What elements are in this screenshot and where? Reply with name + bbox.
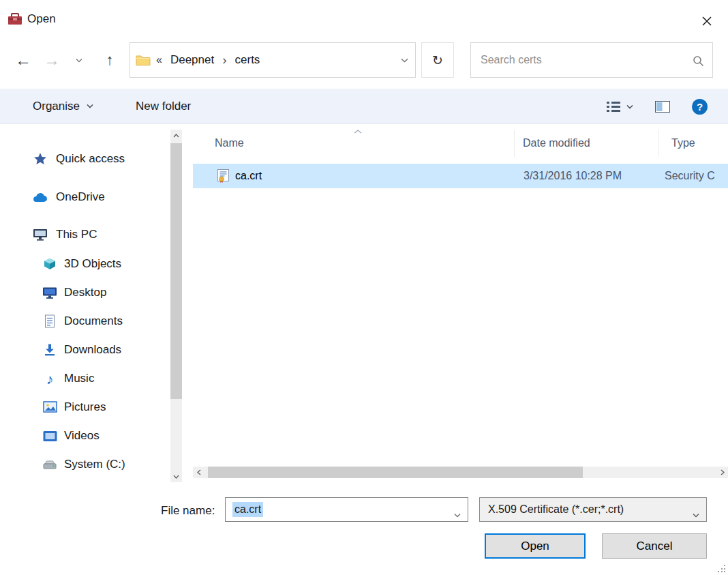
sidebar-item-label: 3D Objects: [64, 257, 121, 271]
desktop-icon: [42, 285, 57, 300]
scroll-up-arrow[interactable]: [170, 130, 182, 141]
quick-access-star-icon: [33, 151, 48, 166]
download-arrow-icon: [42, 342, 57, 357]
preview-pane-icon: [655, 101, 670, 113]
views-button[interactable]: [607, 101, 633, 112]
this-pc-monitor-icon: [33, 227, 48, 242]
sidebar-item-this-pc[interactable]: This PC: [0, 220, 170, 249]
scroll-right-arrow[interactable]: [716, 467, 728, 478]
recent-locations-chevron-icon[interactable]: [74, 58, 85, 63]
onedrive-cloud-icon: [33, 190, 48, 205]
sidebar-item-label: Quick access: [56, 152, 125, 166]
open-button[interactable]: Open: [485, 533, 586, 559]
file-type-value: X.509 Certificate (*.cer;*.crt): [488, 503, 624, 516]
new-folder-label: New folder: [136, 100, 191, 113]
sidebar-item-quick-access[interactable]: Quick access: [0, 145, 170, 173]
search-icon[interactable]: [693, 55, 704, 67]
sidebar-item-desktop[interactable]: Desktop: [0, 278, 170, 307]
titlebar: Open: [0, 0, 728, 38]
close-button[interactable]: [698, 12, 716, 30]
breadcrumb-separator-icon: ›: [218, 53, 230, 68]
document-icon: [42, 314, 57, 329]
sidebar-item-label: OneDrive: [56, 190, 105, 204]
up-button[interactable]: ↑: [98, 53, 121, 68]
chevron-down-icon: [87, 104, 93, 108]
sidebar-item-label: Desktop: [64, 286, 106, 299]
scroll-down-arrow[interactable]: [170, 471, 182, 482]
sidebar-item-music[interactable]: ♪ Music: [0, 364, 170, 393]
sidebar-item-system-c[interactable]: System (C:): [0, 450, 170, 479]
sidebar-item-label: Pictures: [64, 400, 106, 414]
file-type-cell: Security C: [665, 164, 715, 188]
details-view-icon: [607, 101, 620, 112]
breadcrumb-item-deepnet[interactable]: Deepnet: [166, 53, 218, 67]
file-type-dropdown-chevron-icon[interactable]: [693, 508, 699, 520]
file-list-pane: Name Date modified Type ca.crt 3/31/2016…: [193, 124, 728, 485]
list-header: Name Date modified Type: [193, 130, 728, 157]
breadcrumb-item-certs[interactable]: certs: [231, 53, 264, 67]
organise-label: Organise: [33, 100, 80, 113]
organise-button[interactable]: Organise: [33, 100, 93, 113]
app-icon: [7, 12, 23, 26]
search-input[interactable]: [471, 43, 712, 77]
preview-pane-button[interactable]: [655, 101, 670, 113]
help-button[interactable]: ?: [692, 99, 708, 115]
picture-icon: [42, 400, 57, 415]
close-icon: [701, 16, 712, 27]
chevron-down-icon: [626, 104, 633, 109]
file-name-cell: ca.crt: [235, 164, 262, 188]
command-bar: Organise New folder ?: [0, 89, 728, 124]
file-name-label: File name:: [161, 504, 215, 518]
content-area: Quick access OneDrive This PC 3D Objects: [0, 124, 728, 485]
breadcrumb-overflow-chevrons[interactable]: «: [156, 54, 162, 66]
sidebar-scrollbar[interactable]: [170, 130, 182, 482]
search-box: [470, 42, 713, 78]
resize-grip[interactable]: [717, 564, 726, 573]
certificate-file-icon: [216, 169, 230, 183]
refresh-button[interactable]: ↻: [421, 42, 454, 78]
command-bar-right: ?: [607, 89, 728, 124]
sidebar-item-label: Videos: [64, 429, 100, 443]
video-icon: [42, 428, 57, 443]
sidebar-item-label: Documents: [64, 314, 123, 328]
file-name-dropdown-chevron-icon[interactable]: [454, 508, 461, 520]
file-date-cell: 3/31/2016 10:28 PM: [524, 164, 622, 188]
sidebar-item-downloads[interactable]: Downloads: [0, 336, 170, 364]
sidebar-item-label: System (C:): [64, 458, 125, 471]
sidebar-item-pictures[interactable]: Pictures: [0, 393, 170, 422]
sidebar-item-documents[interactable]: Documents: [0, 307, 170, 336]
file-row-ca-crt[interactable]: ca.crt 3/31/2016 10:28 PM Security C: [193, 164, 728, 188]
sidebar-item-videos[interactable]: Videos: [0, 422, 170, 450]
cancel-button[interactable]: Cancel: [602, 533, 707, 559]
new-folder-button[interactable]: New folder: [136, 100, 191, 113]
file-type-select[interactable]: X.509 Certificate (*.cer;*.crt): [479, 497, 707, 522]
hard-drive-icon: [42, 457, 57, 472]
sidebar-item-3d-objects[interactable]: 3D Objects: [0, 250, 170, 278]
horizontal-scrollbar-thumb[interactable]: [208, 467, 583, 478]
sidebar-item-label: This PC: [56, 228, 97, 241]
sidebar-item-onedrive[interactable]: OneDrive: [0, 183, 170, 211]
sidebar-scrollbar-thumb[interactable]: [170, 143, 182, 399]
column-header-type[interactable]: Type: [659, 130, 728, 157]
file-name-input[interactable]: ca.crt: [225, 497, 468, 522]
dialog-footer: File name: ca.crt X.509 Certificate (*.c…: [0, 485, 728, 575]
folder-icon: [136, 54, 151, 66]
column-header-name[interactable]: Name: [193, 130, 515, 157]
address-bar[interactable]: « Deepnet › certs: [130, 42, 416, 78]
column-header-date-modified[interactable]: Date modified: [515, 130, 659, 157]
horizontal-scrollbar[interactable]: [193, 467, 728, 478]
sidebar-item-label: Downloads: [64, 343, 121, 357]
scroll-left-arrow[interactable]: [193, 467, 204, 478]
music-note-icon: ♪: [42, 371, 57, 386]
back-button[interactable]: ←: [11, 52, 35, 68]
navigation-bar: ← → ↑ « Deepnet › certs ↻: [0, 42, 728, 78]
sidebar-item-label: Music: [64, 372, 94, 385]
forward-button[interactable]: →: [40, 52, 64, 68]
file-name-value: ca.crt: [232, 502, 263, 517]
window-title: Open: [27, 12, 56, 26]
3d-cube-icon: [42, 256, 57, 271]
open-dialog: Open ← → ↑ « Deepnet › certs ↻: [0, 0, 728, 575]
address-dropdown-chevron-icon[interactable]: [393, 43, 415, 77]
